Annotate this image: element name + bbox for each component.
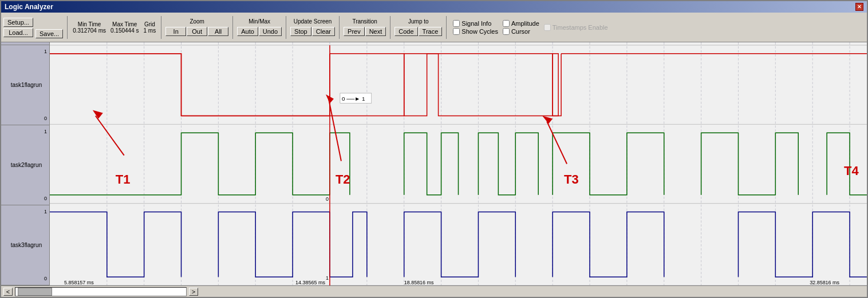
update-screen-group: Update Screen Stop Clear bbox=[290, 18, 335, 36]
svg-text:32.85816 ms: 32.85816 ms bbox=[810, 280, 839, 285]
timestamps-checkbox[interactable] bbox=[544, 24, 551, 31]
sep4 bbox=[286, 16, 286, 39]
task2-high: 1 bbox=[44, 129, 47, 134]
minmax-label: Min/Max bbox=[248, 18, 270, 25]
amplitude-checkbox[interactable] bbox=[503, 20, 510, 27]
task1-low: 0 bbox=[44, 116, 47, 121]
title-bar: Logic Analyzer ✕ bbox=[1, 1, 867, 13]
scroll-left-button[interactable]: < bbox=[3, 288, 13, 296]
signal-info-label: Signal Info bbox=[461, 20, 491, 27]
save-button[interactable]: Save... bbox=[35, 29, 63, 38]
code-button[interactable]: Code bbox=[394, 27, 417, 36]
auto-button[interactable]: Auto bbox=[237, 27, 258, 36]
save-col: Save... bbox=[35, 17, 63, 38]
jump-buttons: Code Trace bbox=[394, 27, 442, 36]
file-buttons: Setup... Load... bbox=[3, 18, 33, 37]
signal-info-item: Signal Info bbox=[453, 20, 498, 27]
waveform-svg: 0 ──► 1 0 1 5.858157 ms 14.38565 ms 18.8… bbox=[50, 42, 867, 285]
min-time-value: 0.312704 ms bbox=[73, 27, 106, 34]
prev-button[interactable]: Prev bbox=[344, 27, 365, 36]
signal-label-task3: 1 task3flagrun 0 bbox=[1, 205, 49, 285]
max-time-group: Max Time 0.150444 s bbox=[111, 21, 139, 34]
jump-to-label: Jump to bbox=[408, 18, 429, 25]
zoom-label: Zoom bbox=[190, 18, 204, 25]
task3-high: 1 bbox=[44, 209, 47, 214]
sep1 bbox=[67, 16, 68, 39]
transition-buttons: Prev Next bbox=[344, 27, 386, 36]
transition-group: Transition Prev Next bbox=[344, 18, 386, 36]
clear-button[interactable]: Clear bbox=[312, 27, 335, 36]
signal-info-checkbox[interactable] bbox=[453, 20, 460, 27]
max-time-label: Max Time bbox=[112, 21, 137, 27]
window-title: Logic Analyzer bbox=[5, 3, 53, 11]
svg-text:T1: T1 bbox=[116, 172, 131, 186]
amplitude-label: Amplitude bbox=[511, 20, 539, 27]
min-time-group: Min Time 0.312704 ms bbox=[73, 21, 106, 34]
svg-text:T3: T3 bbox=[564, 172, 579, 186]
timestamps-label: Timestamps Enable bbox=[553, 24, 608, 31]
svg-text:14.38565 ms: 14.38565 ms bbox=[295, 280, 325, 285]
task2-low: 0 bbox=[44, 196, 47, 201]
close-button[interactable]: ✕ bbox=[855, 3, 863, 11]
scroll-right-button[interactable]: > bbox=[189, 288, 198, 296]
cursor-item: Cursor bbox=[503, 28, 539, 35]
svg-text:T4: T4 bbox=[844, 164, 859, 178]
svg-text:1: 1 bbox=[326, 275, 329, 281]
grid-label: Grid bbox=[144, 21, 155, 27]
sep2 bbox=[161, 16, 161, 39]
checkbox-group3: Timestamps Enable bbox=[544, 24, 608, 31]
amplitude-item: Amplitude bbox=[503, 20, 539, 27]
setup-button[interactable]: Setup... bbox=[3, 18, 33, 27]
stop-button[interactable]: Stop bbox=[290, 27, 311, 36]
minmax-group: Min/Max Auto Undo bbox=[237, 18, 282, 36]
sep5 bbox=[339, 16, 340, 39]
signal-label-task1: 1 task1flagrun 0 bbox=[1, 45, 49, 125]
signal-label-task2: 1 task2flagrun 0 bbox=[1, 125, 49, 205]
grid-value: 1 ms bbox=[144, 27, 156, 34]
signal-labels: 1 task1flagrun 0 1 task2flagrun 0 1 task… bbox=[1, 42, 50, 285]
status-bar: < > bbox=[1, 285, 867, 297]
minmax-buttons: Auto Undo bbox=[237, 27, 282, 36]
zoom-out-button[interactable]: Out bbox=[187, 27, 207, 36]
task2-label: task2flagrun bbox=[11, 162, 42, 168]
logic-analyzer-window: Logic Analyzer ✕ Setup... Load... Save..… bbox=[0, 0, 868, 298]
zoom-in-button[interactable]: In bbox=[165, 27, 186, 36]
min-time-label: Min Time bbox=[78, 21, 101, 27]
scrollbar-thumb[interactable] bbox=[18, 288, 52, 296]
task1-label: task1flagrun bbox=[11, 82, 42, 88]
show-cycles-item: Show Cycles bbox=[453, 28, 498, 35]
cursor-label: Cursor bbox=[511, 28, 530, 35]
next-button[interactable]: Next bbox=[365, 27, 386, 36]
trace-button[interactable]: Trace bbox=[419, 27, 443, 36]
main-content: 1 task1flagrun 0 1 task2flagrun 0 1 task… bbox=[1, 42, 867, 285]
transition-label: Transition bbox=[352, 18, 377, 25]
timestamps-item: Timestamps Enable bbox=[544, 24, 608, 31]
cursor-checkbox[interactable] bbox=[503, 28, 510, 35]
update-buttons: Stop Clear bbox=[290, 27, 335, 36]
zoom-buttons: In Out All bbox=[165, 27, 228, 36]
jump-to-group: Jump to Code Trace bbox=[394, 18, 442, 36]
grid-group: Grid 1 ms bbox=[144, 21, 156, 34]
checkbox-group2: Amplitude Cursor bbox=[503, 20, 539, 35]
max-time-value: 0.150444 s bbox=[111, 27, 139, 34]
svg-text:T2: T2 bbox=[336, 172, 350, 186]
svg-text:18.85816 ms: 18.85816 ms bbox=[404, 280, 434, 285]
load-button[interactable]: Load... bbox=[3, 28, 33, 37]
task3-label: task3flagrun bbox=[11, 242, 42, 248]
waveform-area[interactable]: 0 ──► 1 0 1 5.858157 ms 14.38565 ms 18.8… bbox=[50, 42, 867, 285]
task3-low: 0 bbox=[44, 276, 47, 281]
sep3 bbox=[232, 16, 233, 39]
zoom-all-button[interactable]: All bbox=[208, 27, 228, 36]
sep6 bbox=[390, 16, 390, 39]
undo-button[interactable]: Undo bbox=[259, 27, 282, 36]
svg-text:0 ──► 1: 0 ──► 1 bbox=[342, 96, 365, 102]
svg-text:0: 0 bbox=[326, 196, 329, 202]
toolbar: Setup... Load... Save... Min Time 0.3127… bbox=[1, 13, 867, 42]
show-cycles-checkbox[interactable] bbox=[453, 28, 460, 35]
update-screen-label: Update Screen bbox=[294, 18, 332, 25]
status-field bbox=[15, 287, 187, 296]
checkbox-group: Signal Info Show Cycles bbox=[453, 20, 498, 35]
task1-high: 1 bbox=[44, 49, 47, 54]
zoom-group: Zoom In Out All bbox=[165, 18, 228, 36]
show-cycles-label: Show Cycles bbox=[461, 28, 498, 35]
